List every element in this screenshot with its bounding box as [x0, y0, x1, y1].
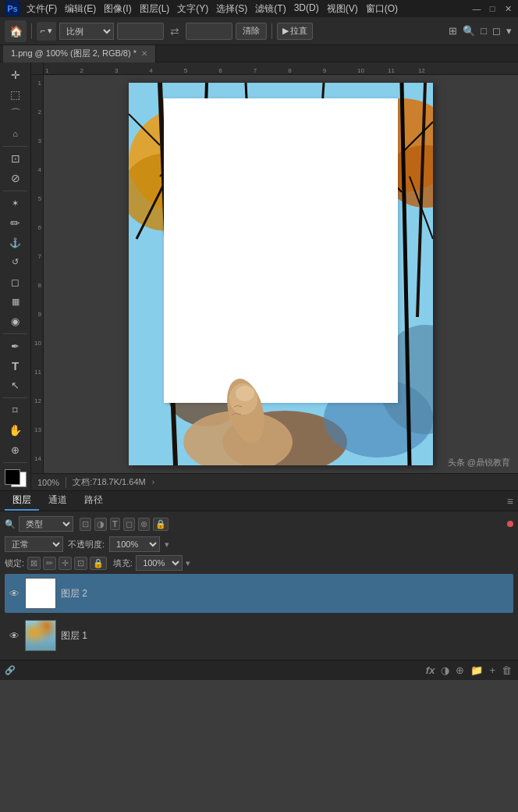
lock-label: 锁定:: [5, 557, 24, 569]
minimize-button[interactable]: —: [471, 3, 482, 14]
filter-icons: ⊡ ◑ T ◻ ⊛ 🔒: [80, 518, 169, 531]
tab-layers[interactable]: 图层: [5, 492, 39, 511]
fill-select[interactable]: 100% 75% 50% 0%: [136, 555, 183, 571]
layers-panel: 🔍 类型 名称 效果 模式 属性 颜色 ⊡ ◑ T ◻ ⊛ 🔒 正常: [0, 511, 518, 660]
layer2-visibility-toggle[interactable]: 👁: [8, 587, 20, 600]
image-canvas[interactable]: [129, 83, 433, 465]
filter-lock-icon[interactable]: 🔒: [153, 518, 169, 531]
menu-image[interactable]: 图像(I): [104, 2, 131, 16]
path-selection-tool[interactable]: ↖: [5, 376, 27, 394]
lock-artboard-button[interactable]: ⊡: [74, 557, 87, 570]
healing-tool[interactable]: ✶: [5, 194, 27, 212]
filter-text-icon[interactable]: T: [110, 518, 120, 530]
menu-layer[interactable]: 图层(L): [140, 2, 170, 16]
chevron-down-icon[interactable]: ▾: [505, 23, 513, 38]
history-brush-tool[interactable]: ↺: [5, 253, 27, 271]
blend-mode-row: 正常 溶解 正片叠底 滤色 不透明度: 100% 75% 50% 25% 0% …: [5, 536, 513, 552]
brush-tool[interactable]: ✏: [5, 214, 27, 232]
move-tool[interactable]: ✛: [5, 66, 27, 84]
crop-tool[interactable]: ⊡: [5, 150, 27, 168]
fx-icon[interactable]: fx: [424, 663, 437, 678]
ratio-select[interactable]: 比例 原始比例 1:1 4:3 16:9: [59, 23, 114, 40]
menu-bar: 文件(F) 编辑(E) 图像(I) 图层(L) 文字(Y) 选择(S) 滤镜(T…: [27, 2, 471, 16]
menu-text[interactable]: 文字(Y): [177, 2, 208, 16]
layer1-name: 图层 1: [61, 629, 510, 643]
white-paper-layer: [164, 98, 398, 403]
lock-transparent-button[interactable]: ⊠: [27, 557, 41, 570]
panel-tab-group: 图层 通道 路径: [5, 492, 111, 511]
lasso-tool[interactable]: ⌒: [5, 105, 27, 123]
lock-all-button[interactable]: 🔒: [90, 557, 107, 570]
close-button[interactable]: ✕: [502, 3, 513, 14]
pull-icon: ▶: [282, 26, 289, 36]
filter-shape-icon[interactable]: ◻: [123, 518, 135, 531]
left-toolbar: ✛ ⬚ ⌒ ⌂ ⊡ ⊘ ✶ ✏ ⚓ ↺ ◻ ▦ ◉ ✒ T ↖ ⌑ ✋: [0, 62, 31, 490]
layer-row-1[interactable]: 👁 图层 1: [5, 616, 513, 655]
menu-file[interactable]: 文件(F): [27, 2, 57, 16]
fill-arrow[interactable]: ▾: [186, 558, 190, 568]
layer1-visibility-toggle[interactable]: 👁: [8, 629, 20, 642]
tab-channels[interactable]: 通道: [41, 492, 75, 511]
menu-select[interactable]: 选择(S): [216, 2, 247, 16]
blur-tool[interactable]: ◉: [5, 312, 27, 330]
home-button[interactable]: 🏠: [5, 20, 27, 42]
opacity-select[interactable]: 100% 75% 50% 25% 0%: [109, 536, 160, 552]
tab-paths[interactable]: 路径: [76, 492, 111, 511]
tab-close-button[interactable]: ✕: [141, 49, 147, 58]
eyedropper-tool[interactable]: ⊘: [5, 169, 27, 187]
pen-tool[interactable]: ✒: [5, 337, 27, 355]
search-icon[interactable]: 🔍: [461, 23, 477, 38]
blend-mode-select[interactable]: 正常 溶解 正片叠底 滤色: [5, 536, 63, 552]
pull-straight-button[interactable]: ▶ 拉直: [277, 23, 313, 40]
width-input[interactable]: [117, 23, 164, 40]
menu-filter[interactable]: 滤镜(T): [255, 2, 286, 16]
layer-row-2[interactable]: 👁 图层 2: [5, 574, 513, 613]
filter-pixel-icon[interactable]: ⊡: [80, 518, 91, 531]
document-tab[interactable]: 1.png @ 100% (图层 2, RGB/8) * ✕: [3, 45, 156, 62]
color-box[interactable]: [5, 469, 27, 487]
grid-icon[interactable]: ⊞: [447, 23, 459, 38]
delete-layer-button[interactable]: 🗑: [500, 663, 513, 678]
menu-edit[interactable]: 编辑(E): [65, 2, 96, 16]
clone-tool[interactable]: ⚓: [5, 233, 27, 251]
layout-icon[interactable]: □: [479, 23, 488, 38]
clear-button[interactable]: 清除: [236, 23, 267, 40]
link-icon[interactable]: 🔗: [5, 665, 16, 675]
foreground-color[interactable]: [5, 469, 20, 485]
expand-icon[interactable]: ◻: [491, 23, 502, 38]
layer2-thumbnail: [25, 578, 56, 609]
gradient-tool[interactable]: ▦: [5, 293, 27, 311]
filter-adjust-icon[interactable]: ◑: [94, 518, 107, 531]
menu-view[interactable]: 视图(V): [327, 2, 358, 16]
add-adjustment-button[interactable]: ⊕: [454, 663, 466, 678]
toolbar-icons: ⊞ 🔍 □ ◻ ▾: [447, 23, 513, 38]
shape-tool[interactable]: ⌑: [5, 401, 27, 419]
filter-smart-icon[interactable]: ⊛: [138, 518, 150, 531]
menu-3d[interactable]: 3D(D): [294, 2, 319, 16]
panel-menu-button[interactable]: ≡: [507, 495, 513, 508]
lock-pixels-button[interactable]: ✏: [43, 557, 56, 570]
tab-bar: 1.png @ 100% (图层 2, RGB/8) * ✕: [0, 45, 518, 62]
eraser-tool[interactable]: ◻: [5, 273, 27, 291]
marquee-tool[interactable]: ⬚: [5, 85, 27, 103]
filter-type-select[interactable]: 类型 名称 效果 模式 属性 颜色: [19, 516, 73, 532]
lock-position-button[interactable]: ✛: [59, 557, 72, 570]
menu-window[interactable]: 窗口(O): [366, 2, 398, 16]
text-tool[interactable]: T: [5, 357, 27, 375]
maximize-button[interactable]: □: [487, 3, 498, 14]
hand-tool[interactable]: ✋: [5, 422, 27, 440]
opacity-arrow[interactable]: ▾: [165, 540, 169, 550]
status-expand-button[interactable]: ›: [152, 478, 154, 486]
zoom-tool[interactable]: ⊕: [5, 441, 27, 459]
swap-icon[interactable]: ⇄: [167, 23, 183, 39]
height-input[interactable]: [186, 23, 232, 40]
create-group-button[interactable]: 📁: [469, 663, 484, 678]
crop-tool-options[interactable]: ⌐ ▾: [37, 22, 56, 41]
options-toolbar: 🏠 ⌐ ▾ 比例 原始比例 1:1 4:3 16:9 ⇄ 清除 ▶ 拉直 ⊞ 🔍…: [0, 17, 518, 45]
quick-select-tool[interactable]: ⌂: [5, 125, 27, 143]
create-layer-button[interactable]: +: [488, 663, 497, 678]
title-bar: Ps 文件(F) 编辑(E) 图像(I) 图层(L) 文字(Y) 选择(S) 滤…: [0, 0, 518, 17]
canvas-scroll: 1 2 3 4 5 6 7 8 9 10 11 12 13 14: [31, 75, 518, 473]
add-layer-mask-button[interactable]: ◑: [439, 663, 451, 678]
ruler-left: 1 2 3 4 5 6 7 8 9 10 11 12 13 14: [31, 75, 44, 473]
